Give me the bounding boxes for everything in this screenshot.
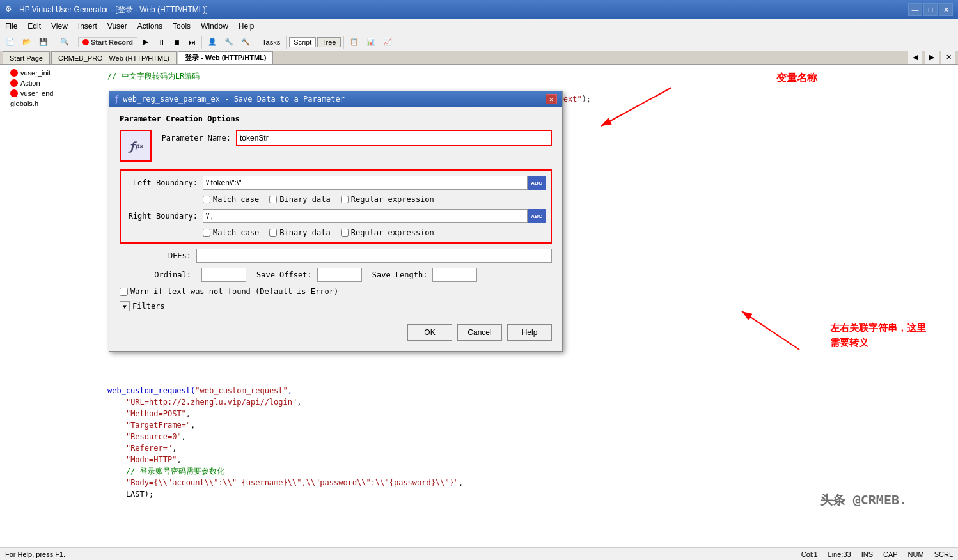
cancel-btn[interactable]: Cancel <box>457 324 502 341</box>
right-match-case-item: Match case <box>203 228 259 237</box>
status-line: Line:33 <box>828 550 851 558</box>
app-icon: ⚙ <box>5 4 15 15</box>
dialog-body: Parameter Creation Options ƒp× Parameter… <box>109 107 562 351</box>
right-binary-data-checkbox[interactable] <box>269 229 277 237</box>
left-boundary-input[interactable] <box>203 176 528 190</box>
left-match-case-label: Match case <box>213 195 259 204</box>
status-scrl: SCRL <box>934 550 953 558</box>
menu-tools[interactable]: Tools <box>168 19 196 33</box>
ordinal-input[interactable] <box>201 268 246 282</box>
menu-view[interactable]: View <box>46 19 73 33</box>
tasks-btn[interactable]: Tasks <box>259 35 283 49</box>
left-regex-item: Regular expression <box>341 195 434 204</box>
menu-actions[interactable]: Actions <box>132 19 168 33</box>
status-right: Col:1 Line:33 INS CAP NUM SCRL <box>801 550 953 558</box>
dialog-close-btn[interactable]: ✕ <box>546 94 557 104</box>
code-line-mode: "Mode=HTTP", <box>107 454 953 465</box>
right-match-case-checkbox[interactable] <box>203 229 210 237</box>
left-match-case-checkbox[interactable] <box>203 196 210 203</box>
vuser-end-icon <box>10 89 18 97</box>
ok-btn[interactable]: OK <box>407 324 452 341</box>
tab-start-page[interactable]: Start Page <box>3 51 50 64</box>
close-btn[interactable]: ✕ <box>939 3 953 16</box>
tab-login[interactable]: 登录 - Web (HTTP/HTML) <box>178 51 274 64</box>
save-offset-input[interactable] <box>317 268 362 282</box>
warn-checkbox[interactable] <box>120 288 128 296</box>
dfes-row: DFEs: <box>120 249 552 263</box>
menu-help[interactable]: Help <box>233 19 260 33</box>
param-name-row: Parameter Name: <box>159 130 552 146</box>
menu-file[interactable]: File <box>0 19 22 33</box>
code-line-resource: "Resource=0", <box>107 431 953 442</box>
title-bar: ⚙ HP Virtual User Generator - [登录 - Web … <box>0 0 958 19</box>
dialog-web-reg-save-param: ƒ web_reg_save_param_ex - Save Data to a… <box>109 91 563 352</box>
start-record-btn[interactable]: Start Record <box>78 37 137 47</box>
filters-expand-btn[interactable]: ▼ <box>120 301 130 311</box>
script-tab-btn[interactable]: Script <box>289 37 316 47</box>
sidebar-item-vuser-end-label: vuser_end <box>20 89 53 97</box>
left-boundary-btn[interactable]: ABC <box>528 176 546 190</box>
param-name-input[interactable] <box>237 131 551 145</box>
minimize-btn[interactable]: — <box>908 3 922 16</box>
code-line-body: "Body={\\"account\\":\\" {username}\\",\… <box>107 477 953 488</box>
tool2-btn[interactable]: 🔨 <box>238 35 253 49</box>
left-binary-data-checkbox[interactable] <box>269 196 277 203</box>
code-editor[interactable]: // 中文字段转码为LR编码 lr_convert_string_encodin… <box>102 65 958 547</box>
right-binary-data-label: Binary data <box>279 228 330 237</box>
left-boundary-checkboxes: Match case Binary data Regular expressio… <box>203 195 546 204</box>
left-binary-data-item: Binary data <box>269 195 330 204</box>
main-area: vuser_init Action vuser_end globals.h //… <box>0 65 958 547</box>
right-boundary-btn[interactable]: ABC <box>528 209 546 223</box>
right-binary-data-item: Binary data <box>269 228 330 237</box>
menu-edit[interactable]: Edit <box>22 19 46 33</box>
extra1-btn[interactable]: 📋 <box>347 35 362 49</box>
sidebar-item-globals[interactable]: globals.h <box>0 98 102 109</box>
menu-insert[interactable]: Insert <box>73 19 102 33</box>
left-regex-checkbox[interactable] <box>341 196 349 203</box>
code-line-comment: // 登录账号密码需要参数化 <box>107 465 953 477</box>
extra2-btn[interactable]: 📊 <box>363 35 379 49</box>
warn-row: Warn if text was not found (Default is E… <box>120 287 552 296</box>
extra3-btn[interactable]: 📈 <box>380 35 395 49</box>
menu-window[interactable]: Window <box>196 19 233 33</box>
right-boundary-checkboxes: Match case Binary data Regular expressio… <box>203 228 546 237</box>
tab-close[interactable]: ✕ <box>941 50 955 64</box>
action-icon <box>10 79 18 87</box>
dialog-icon: ƒ <box>114 95 119 104</box>
stop-btn[interactable]: ⏹ <box>169 35 184 49</box>
step-btn[interactable]: ⏭ <box>185 35 199 49</box>
dialog-logo-row: ƒp× Parameter Name: <box>120 130 552 162</box>
tasks-label: Tasks <box>262 38 280 46</box>
help-btn[interactable]: Help <box>507 324 552 341</box>
menu-vuser[interactable]: Vuser <box>102 19 132 33</box>
tab-crmeb[interactable]: CRMEB_PRO - Web (HTTP/HTML) <box>51 51 177 64</box>
sidebar-item-action[interactable]: Action <box>0 78 102 88</box>
play-btn[interactable]: ▶ <box>139 35 153 49</box>
open-btn[interactable]: 📂 <box>19 35 35 49</box>
app-title: HP Virtual User Generator - [登录 - Web (H… <box>19 4 908 15</box>
sidebar-item-globals-label: globals.h <box>10 100 38 107</box>
tab-nav-right[interactable]: ▶ <box>925 50 939 64</box>
dialog-buttons: OK Cancel Help <box>120 322 552 341</box>
left-regex-label: Regular expression <box>351 195 434 204</box>
watermark: 头条 @CRMEB. <box>820 492 907 509</box>
dfes-label: DFEs: <box>120 251 196 260</box>
right-boundary-input[interactable] <box>203 209 528 223</box>
sidebar-item-vuser-init[interactable]: vuser_init <box>0 68 102 78</box>
vuser-btn[interactable]: 👤 <box>205 35 220 49</box>
filters-row: ▼ Filters <box>120 301 552 311</box>
save-length-input[interactable] <box>432 268 477 282</box>
tool1-btn[interactable]: 🔧 <box>221 35 237 49</box>
pause-btn[interactable]: ⏸ <box>154 35 168 49</box>
dialog-section-label: Parameter Creation Options <box>120 114 552 123</box>
dfes-input[interactable] <box>196 249 552 263</box>
search-btn[interactable]: 🔍 <box>57 35 72 49</box>
maximize-btn[interactable]: □ <box>923 3 938 16</box>
left-boundary-label: Left Boundary: <box>126 178 203 187</box>
right-regex-checkbox[interactable] <box>341 229 349 237</box>
tab-nav-left[interactable]: ◀ <box>908 50 922 64</box>
tree-tab-btn[interactable]: Tree <box>317 37 340 47</box>
sidebar-item-vuser-end[interactable]: vuser_end <box>0 88 102 98</box>
new-btn[interactable]: 📄 <box>3 35 18 49</box>
save-btn[interactable]: 💾 <box>36 35 51 49</box>
